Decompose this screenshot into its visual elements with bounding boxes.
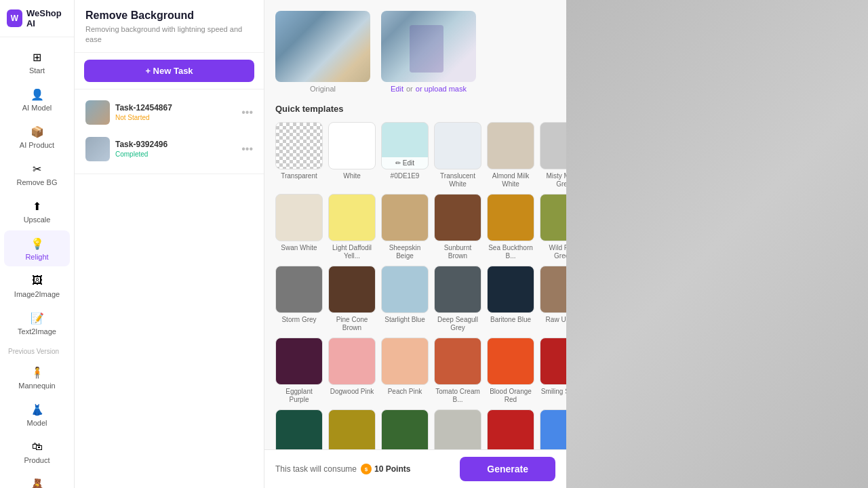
template-item[interactable]: Golden Palm	[328, 409, 376, 449]
template-item[interactable]: Sheepskin Beige	[381, 194, 429, 260]
sidebar-item-mannequin[interactable]: 🧍 Mannequin	[4, 359, 70, 395]
template-item[interactable]: Rainforest Green	[275, 409, 323, 449]
upload-mask-link[interactable]: or upload mask	[416, 85, 467, 93]
task-name: Task-12454867	[115, 103, 236, 113]
color-swatch[interactable]	[487, 122, 534, 169]
content-area: Original Edit or or upload mask Quick te…	[264, 0, 566, 488]
color-swatch[interactable]	[540, 266, 566, 313]
color-swatch[interactable]	[434, 409, 481, 449]
task-item[interactable]: Task-12454867 Not Started •••	[81, 95, 257, 130]
template-item[interactable]: ✏ Edit#0DE1E9	[381, 122, 429, 188]
template-item[interactable]: Pine Cone Brown	[328, 266, 376, 332]
color-swatch[interactable]	[275, 194, 323, 241]
template-item[interactable]: White	[328, 122, 376, 188]
sidebar-item-relight[interactable]: 💡 Relight	[4, 230, 70, 266]
color-swatch[interactable]	[487, 266, 534, 313]
template-item[interactable]: Raw Umber	[540, 266, 566, 332]
template-item[interactable]: Translucent White	[434, 122, 481, 188]
sidebar-item-toy[interactable]: 🧸 Toy	[4, 471, 70, 488]
color-swatch[interactable]	[487, 194, 534, 241]
color-swatch[interactable]: ✏ Edit	[381, 122, 429, 169]
template-item[interactable]: Light Daffodil Yell...	[328, 194, 376, 260]
sidebar-item-label: Mannequin	[18, 382, 55, 390]
color-swatch[interactable]	[381, 409, 429, 449]
consume-info: This task will consume $ 10 Points	[275, 464, 410, 474]
color-swatch[interactable]	[275, 338, 323, 385]
template-item[interactable]: Sea Buckthorn B...	[487, 194, 534, 260]
edit-overlay[interactable]: ✏ Edit	[382, 157, 428, 169]
color-swatch[interactable]	[434, 122, 481, 169]
color-swatch[interactable]	[381, 338, 429, 385]
sidebar-item-upscale[interactable]: ⬆ Upscale	[4, 193, 70, 229]
new-task-button[interactable]: + New Task	[84, 60, 254, 82]
template-item[interactable]: Tomato Cream B...	[434, 338, 481, 404]
color-swatch[interactable]	[275, 409, 323, 449]
template-label: Deep Seagull Grey	[434, 316, 481, 332]
color-swatch[interactable]	[487, 409, 534, 449]
sidebar-item-ai-product[interactable]: 📦 AI Product	[4, 119, 70, 155]
color-swatch[interactable]	[434, 338, 481, 385]
color-swatch[interactable]	[434, 194, 481, 241]
color-swatch[interactable]	[328, 194, 376, 241]
template-item[interactable]: Peach Pink	[381, 338, 429, 404]
color-swatch[interactable]	[328, 122, 376, 169]
color-swatch[interactable]	[328, 409, 376, 449]
task-item[interactable]: Task-9392496 Completed •••	[81, 131, 257, 167]
template-item[interactable]: Grey Color Studio	[434, 409, 481, 449]
color-swatch[interactable]	[540, 122, 566, 169]
template-item[interactable]: Dogwood Pink	[328, 338, 376, 404]
template-label: Almond Milk White	[487, 172, 534, 188]
template-item[interactable]: Red	[487, 409, 534, 449]
template-item[interactable]: Deep Seagull Grey	[434, 266, 481, 332]
color-swatch[interactable]	[275, 266, 323, 313]
scissors-icon: ✂	[30, 161, 45, 176]
color-swatch[interactable]	[487, 338, 534, 385]
template-label: White	[343, 172, 361, 180]
sidebar-item-image2image[interactable]: 🖼 Image2Image	[4, 268, 70, 304]
sidebar-item-start[interactable]: ⊞ Start	[4, 44, 70, 80]
template-item[interactable]: Storm Grey	[275, 266, 323, 332]
generate-button[interactable]: Generate	[460, 457, 555, 481]
template-item[interactable]: Blue	[540, 409, 566, 449]
template-item[interactable]: Baritone Blue	[487, 266, 534, 332]
mannequin-icon: 🧍	[30, 365, 45, 380]
template-item[interactable]: Almond Milk White	[487, 122, 534, 188]
color-swatch[interactable]	[328, 266, 376, 313]
template-item[interactable]: Blackthorn Green	[381, 409, 429, 449]
template-item[interactable]: Smiling Scarlet	[540, 338, 566, 404]
task-more-button[interactable]: •••	[241, 143, 253, 155]
content-scroll: Original Edit or or upload mask Quick te…	[264, 0, 566, 449]
sidebar-item-product[interactable]: 🛍 Product	[4, 434, 70, 470]
task-more-button[interactable]: •••	[241, 106, 253, 119]
template-item[interactable]: Blood Orange Red	[487, 338, 534, 404]
sidebar-item-text2image[interactable]: 📝 Text2Image	[4, 305, 70, 341]
template-item[interactable]: Misty Moon Grey	[540, 122, 566, 188]
edit-link[interactable]: Edit	[391, 85, 403, 93]
color-swatch[interactable]	[434, 266, 481, 313]
color-swatch[interactable]	[381, 266, 429, 313]
template-label: Transparent	[281, 172, 317, 180]
panel-actions: + New Task	[75, 53, 264, 89]
color-swatch[interactable]	[275, 122, 323, 169]
template-item[interactable]: Transparent	[275, 122, 323, 188]
sidebar: W WeShop AI ⊞ Start 👤 AI Model 📦 AI Prod…	[0, 0, 75, 488]
color-swatch[interactable]	[381, 194, 429, 241]
template-label: Eggplant Purple	[275, 388, 323, 404]
color-swatch[interactable]	[328, 338, 376, 385]
template-item[interactable]: Starlight Blue	[381, 266, 429, 332]
color-swatch[interactable]	[540, 338, 566, 385]
color-swatch[interactable]	[540, 409, 566, 449]
template-item[interactable]: Swan White	[275, 194, 323, 260]
color-swatch[interactable]	[540, 194, 566, 241]
sidebar-item-model[interactable]: 👗 Model	[4, 396, 70, 432]
template-label: Sheepskin Beige	[381, 244, 429, 260]
sidebar-item-ai-model[interactable]: 👤 AI Model	[4, 81, 70, 117]
template-label: Baritone Blue	[490, 316, 531, 324]
template-item[interactable]: Wild Fern Green	[540, 194, 566, 260]
template-item[interactable]: Eggplant Purple	[275, 338, 323, 404]
light-icon: 💡	[30, 236, 45, 251]
template-item[interactable]: Sunburnt Brown	[434, 194, 481, 260]
panel-title: Remove Background	[85, 9, 253, 22]
sidebar-item-remove-bg[interactable]: ✂ Remove BG	[4, 156, 70, 192]
original-image	[275, 11, 370, 82]
